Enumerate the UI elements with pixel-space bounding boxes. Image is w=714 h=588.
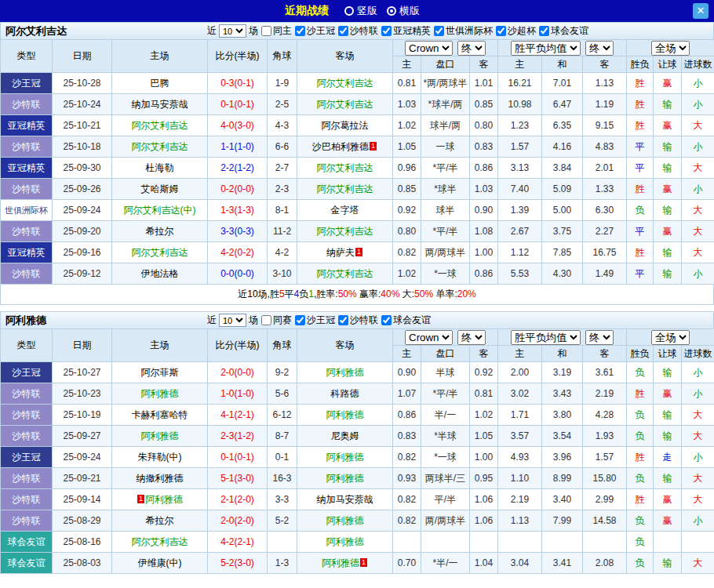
team-name[interactable]: 阿利雅德 <box>326 515 364 526</box>
col-header-eu-draw: 和 <box>542 346 583 362</box>
filter-checkbox[interactable] <box>496 26 506 36</box>
team-name[interactable]: 阿利雅德 <box>141 430 179 441</box>
ah-final-select[interactable]: 终 <box>457 41 486 56</box>
result-handicap: 输 <box>654 158 682 179</box>
ah-line: *半/一 <box>421 553 470 574</box>
layout-radio-horizontal[interactable] <box>387 6 396 16</box>
ah-final-select[interactable]: 终 <box>457 330 486 345</box>
eu-odds-header: 胜平负均值终 <box>498 329 627 346</box>
match-count-select[interactable]: 10 <box>219 314 246 327</box>
team-name[interactable]: 阿尔艾利吉达(中) <box>124 205 196 216</box>
score: 0-2(0-0) <box>208 179 268 200</box>
ah-home-odds <box>393 532 421 553</box>
ah-line: *平/半 <box>421 383 470 405</box>
filter-世俱洲际杯[interactable]: 世俱洲际杯 <box>434 24 493 38</box>
col-header-eu-draw: 和 <box>542 56 583 73</box>
team-name[interactable]: 阿尔艾利吉达 <box>132 141 188 152</box>
filter-球会友谊[interactable]: 球会友谊 <box>381 314 431 327</box>
ah-line: 半/一 <box>421 405 470 426</box>
filter-checkbox[interactable] <box>381 26 392 36</box>
team-name[interactable]: 阿尔艾利吉达 <box>317 99 373 110</box>
summary-segment: 赢率: <box>357 289 381 299</box>
result-goals: 大 <box>682 553 714 574</box>
league-type: 亚冠精英 <box>1 242 53 263</box>
team-name[interactable]: 阿尔艾利吉达 <box>132 247 188 258</box>
team-name[interactable]: 阿利雅德 <box>326 473 364 484</box>
away-team: 阿利雅德 <box>297 362 393 383</box>
team-name[interactable]: 阿尔艾利吉达 <box>317 268 373 279</box>
filter-沙特联[interactable]: 沙特联 <box>338 24 378 38</box>
match-row: 沙特联25-10-23阿利雅德1-0(1-0)5-6科路德1.07*平/半0.8… <box>1 383 714 405</box>
summary-segment: 50% <box>414 289 433 299</box>
team-name[interactable]: 阿尔艾利吉达 <box>317 183 373 194</box>
team-name[interactable]: 阿尔艾利吉达 <box>317 78 373 89</box>
team-name[interactable]: 阿利雅德 <box>141 388 179 399</box>
ah-away-odds: 1.04 <box>470 553 498 574</box>
filter-checkbox[interactable] <box>434 26 444 36</box>
team-name[interactable]: 阿利雅德 <box>145 494 183 505</box>
filter-checkbox[interactable] <box>295 26 305 36</box>
team-name[interactable]: 阿利雅德 <box>326 367 364 378</box>
filter-沙王冠[interactable]: 沙王冠 <box>295 24 335 38</box>
scope-select[interactable]: 全场 <box>651 330 690 345</box>
match-date: 25-09-24 <box>53 200 112 221</box>
result-outcome: 负 <box>627 553 654 574</box>
ah-away-odds: 0.83 <box>470 136 498 158</box>
odds-type-select[interactable]: 胜平负均值 <box>511 330 581 345</box>
team-name[interactable]: 阿尔艾利吉达 <box>317 226 373 237</box>
result-outcome: 胜 <box>627 447 654 468</box>
team-name[interactable]: 阿尔艾利吉达 <box>132 536 188 547</box>
filter-checkbox[interactable] <box>338 315 348 325</box>
filter-checkbox[interactable] <box>261 315 271 325</box>
filter-亚冠精英[interactable]: 亚冠精英 <box>381 24 431 38</box>
team-name[interactable]: 阿利雅德 <box>326 409 364 420</box>
result-outcome: 胜 <box>627 115 654 136</box>
filter-同主[interactable]: 同主 <box>261 24 292 38</box>
team-name: 巴腾 <box>151 78 169 89</box>
layout-radio-vertical-label[interactable]: 竖版 <box>357 4 377 18</box>
filter-checkbox[interactable] <box>381 315 392 325</box>
result-outcome: 平 <box>627 263 654 285</box>
bookmaker-select[interactable]: Crown <box>405 330 453 345</box>
team-name[interactable]: 阿尔艾利吉达 <box>317 162 373 173</box>
league-type: 沙特联 <box>1 510 53 532</box>
team-name[interactable]: 阿尔艾利吉达 <box>132 120 188 131</box>
filter-沙超杯[interactable]: 沙超杯 <box>496 24 536 38</box>
home-team: 卡赫利塞哈特 <box>112 405 208 426</box>
layout-radio-vertical[interactable] <box>344 6 354 16</box>
filter-checkbox[interactable] <box>539 26 549 36</box>
result-handicap: 输 <box>654 553 682 574</box>
filter-球会友谊[interactable]: 球会友谊 <box>539 24 588 38</box>
league-type: 亚冠精英 <box>1 115 53 136</box>
eu-draw-odds: 6.35 <box>542 115 583 136</box>
ah-away-odds: 1.00 <box>470 447 498 468</box>
close-button[interactable]: ✕ <box>693 3 709 19</box>
corner-score: 1-9 <box>268 73 297 94</box>
team-name[interactable]: 阿利雅德 <box>326 536 364 547</box>
ah-away-odds: 0.85 <box>470 94 498 115</box>
scope-select[interactable]: 全场 <box>651 41 690 56</box>
result-handicap: 输 <box>654 405 682 426</box>
col-header-home: 主场 <box>112 40 208 73</box>
bookmaker-select[interactable]: Crown <box>405 41 453 56</box>
filter-沙王冠[interactable]: 沙王冠 <box>295 314 335 327</box>
filter-同赛[interactable]: 同赛 <box>261 314 292 327</box>
ah-away-odds: 1.08 <box>470 221 498 242</box>
eu-final-select[interactable]: 终 <box>585 330 614 345</box>
odds-type-select[interactable]: 胜平负均值 <box>511 41 581 56</box>
team-name[interactable]: 阿利雅德 <box>322 557 359 568</box>
col-header-handicap: 让球 <box>654 346 682 362</box>
eu-home-odds: 2.19 <box>498 489 542 510</box>
filter-checkbox[interactable] <box>338 26 348 36</box>
eu-final-select[interactable]: 终 <box>585 41 614 56</box>
filter-checkbox[interactable] <box>295 315 305 325</box>
layout-radio-horizontal-label[interactable]: 横版 <box>399 4 420 18</box>
filter-沙特联[interactable]: 沙特联 <box>338 314 378 327</box>
eu-away-odds: 1.19 <box>583 94 627 115</box>
topbar: 近期战绩 竖版 横版 ✕ <box>0 0 714 22</box>
team-name[interactable]: 阿利雅德 <box>326 452 364 463</box>
match-date: 25-09-12 <box>53 263 112 285</box>
col-header-goals: 进球数 <box>682 56 714 73</box>
filter-checkbox[interactable] <box>261 26 271 36</box>
match-count-select[interactable]: 10 <box>219 24 246 38</box>
